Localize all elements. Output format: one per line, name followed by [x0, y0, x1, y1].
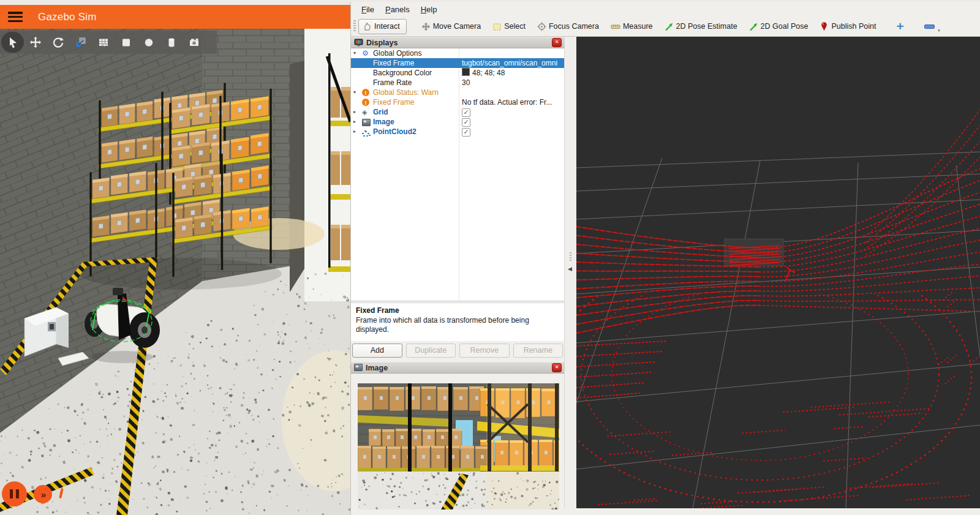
close-icon[interactable]: ✕ [552, 38, 562, 47]
tree-row-pointcloud2[interactable]: ▸ PointCloud2 ✓ [351, 127, 564, 137]
grid-checkbox[interactable]: ✓ [462, 108, 470, 117]
pointcloud-display-icon [362, 133, 364, 135]
fixed-frame-value[interactable]: tugbot/scan_omni/scan_omni [462, 58, 557, 68]
tool-focus-camera[interactable]: Focus Camera [537, 22, 599, 31]
gazebo-window-title: Gazebo Sim [38, 11, 97, 23]
focus-camera-icon [537, 22, 546, 31]
image-panel-header[interactable]: Image ✕ [351, 362, 564, 374]
menu-panels[interactable]: Panels [380, 4, 415, 15]
move-camera-icon [421, 22, 431, 31]
cursor-arrow-icon [6, 36, 20, 49]
splitter-grip[interactable] [570, 252, 571, 262]
property-help-box: Fixed Frame Frame into which all data is… [351, 303, 564, 341]
tool-2d-pose-estimate[interactable]: 2D Pose Estimate [665, 22, 737, 31]
rviz-window: File Panels Help Interact Move Camera Se… [350, 2, 980, 515]
image-checkbox[interactable]: ✓ [462, 118, 470, 127]
tool-label: Interact [374, 22, 400, 31]
hand-icon [363, 22, 372, 31]
screenshot-tool[interactable] [183, 32, 205, 53]
box-shape-tool[interactable] [115, 32, 137, 53]
grid-tool[interactable] [92, 32, 115, 53]
tree-row-global-status[interactable]: ▾ Global Status: Warn [351, 88, 564, 97]
tree-row-image[interactable]: ▸ Image ✓ [351, 117, 564, 127]
status-message: No tf data. Actual error: Fr... [462, 97, 552, 107]
cylinder-icon [165, 36, 178, 49]
toolbar-grip[interactable] [353, 20, 356, 32]
tool-interact[interactable]: Interact [358, 19, 407, 34]
tree-row-background-color[interactable]: Background Color 48; 48; 48 [351, 68, 564, 78]
tree-label: Fixed Frame [373, 97, 414, 107]
gazebo-3d-viewport[interactable] [0, 29, 350, 515]
rotate-icon [51, 36, 65, 49]
panel-splitter[interactable]: ◀ [564, 37, 577, 508]
tree-label: Global Options [373, 48, 421, 58]
step-forward-icon: » [41, 489, 45, 500]
goal-pose-arrow-icon [749, 22, 758, 31]
tree-row-fixed-frame[interactable]: Fixed Frame tugbot/scan_omni/scan_omni [351, 58, 564, 68]
grid-display-icon: ◈ [362, 107, 371, 117]
menu-help[interactable]: Help [415, 4, 443, 15]
menu-file[interactable]: File [356, 4, 380, 15]
rviz-toolbar: Interact Move Camera Select Focus Camera… [351, 17, 980, 37]
pause-button[interactable] [2, 481, 27, 506]
tree-row-fixed-frame-status[interactable]: Fixed Frame No tf data. Actual error: Fr… [351, 97, 564, 107]
tree-row-frame-rate[interactable]: Frame Rate 30 [351, 78, 564, 88]
cylinder-shape-tool[interactable] [160, 32, 183, 53]
tool-2d-goal-pose[interactable]: 2D Goal Pose [749, 22, 809, 31]
background-color-value[interactable]: 48; 48; 48 [462, 68, 505, 78]
duplicate-button: Duplicate [406, 344, 456, 358]
rviz-3d-view[interactable] [576, 37, 980, 508]
tree-row-global-options[interactable]: ▾ ⚙ Global Options [351, 48, 564, 58]
select-box-icon [492, 22, 502, 31]
displays-panel-header[interactable]: Displays ✕ [351, 37, 564, 48]
pointcloud-viewport[interactable] [576, 37, 980, 508]
warning-icon [362, 89, 369, 96]
tree-row-grid[interactable]: ▸ ◈ Grid ✓ [351, 107, 564, 117]
help-title: Fixed Frame [356, 306, 559, 315]
tree-label: Grid [373, 107, 388, 117]
tool-select[interactable]: Select [492, 22, 526, 31]
tool-label: 2D Pose Estimate [676, 22, 737, 31]
displays-tree: ▾ ⚙ Global Options Fixed Frame tugbot/sc… [351, 48, 564, 301]
tool-label: Select [504, 22, 526, 31]
tree-label: PointCloud2 [373, 127, 417, 137]
select-arrow-tool[interactable] [1, 32, 24, 53]
sphere-shape-tool[interactable] [137, 32, 160, 53]
add-tool-button[interactable]: + [896, 22, 903, 31]
tool-measure[interactable]: Measure [611, 22, 653, 31]
tree-label: Frame Rate [373, 78, 412, 88]
camera-icon [187, 36, 201, 49]
frame-rate-value[interactable]: 30 [462, 78, 470, 88]
minus-icon [924, 24, 935, 29]
tool-publish-point[interactable]: Publish Point [820, 21, 876, 31]
displays-icon [354, 39, 363, 47]
expander-icon[interactable]: ▸ [353, 127, 356, 137]
transform-control-tool[interactable] [69, 32, 92, 53]
tool-label: Focus Camera [549, 22, 599, 31]
expander-icon[interactable]: ▾ [353, 48, 356, 58]
playback-indicator [59, 488, 63, 498]
rotate-tool[interactable] [47, 32, 69, 53]
tool-move-camera[interactable]: Move Camera [421, 22, 481, 31]
pointcloud-checkbox[interactable]: ✓ [462, 128, 470, 137]
camera-image-view[interactable] [358, 383, 559, 509]
image-panel-title: Image [366, 364, 552, 372]
transform-control-icon [74, 36, 88, 49]
expander-icon[interactable]: ▸ [353, 107, 356, 117]
displays-buttons: Add Duplicate Remove Rename [352, 344, 563, 358]
splitter-collapse-icon[interactable]: ◀ [568, 266, 572, 272]
expander-icon[interactable]: ▾ [353, 88, 356, 97]
tree-label: Background Color [373, 68, 432, 78]
tree-label: Fixed Frame [373, 58, 414, 68]
expander-icon[interactable]: ▸ [353, 117, 356, 127]
menu-hamburger-icon[interactable] [8, 12, 23, 22]
gear-icon: ⚙ [362, 48, 371, 58]
box-icon [119, 36, 133, 49]
gazebo-playback-controls: » [0, 478, 98, 515]
screen: Gazebo Sim [0, 0, 980, 515]
close-icon[interactable]: ✕ [552, 363, 562, 372]
translate-tool[interactable] [24, 32, 47, 53]
add-button[interactable]: Add [352, 344, 402, 358]
remove-tool-button[interactable] [924, 24, 935, 29]
step-forward-button[interactable]: » [34, 485, 52, 503]
